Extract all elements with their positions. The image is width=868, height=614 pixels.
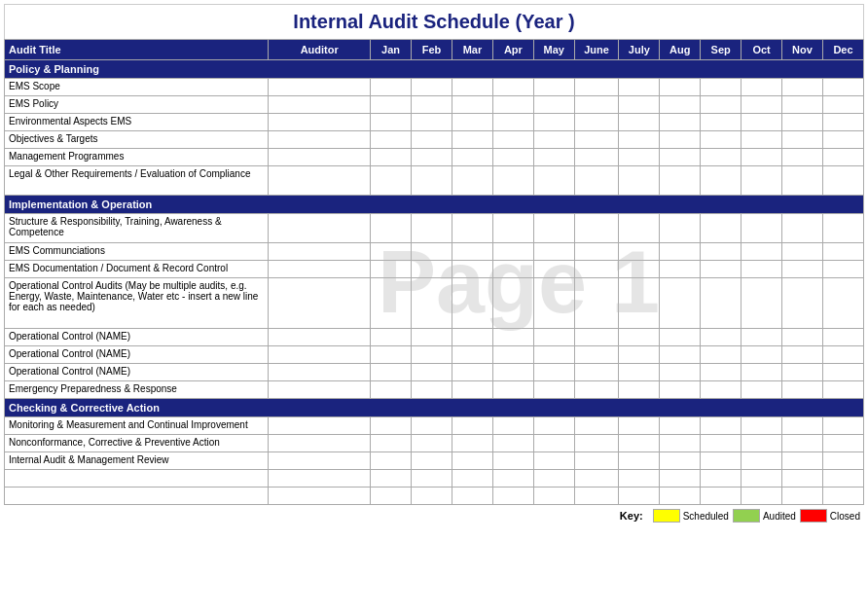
month-cell[interactable] [741, 214, 782, 243]
month-cell[interactable] [452, 417, 492, 435]
month-cell[interactable] [452, 278, 492, 329]
month-cell[interactable] [492, 166, 533, 196]
month-cell[interactable] [452, 329, 492, 346]
month-cell[interactable] [371, 149, 412, 166]
month-cell[interactable] [492, 131, 533, 149]
month-cell[interactable] [741, 166, 782, 196]
month-cell[interactable] [660, 149, 701, 166]
month-cell[interactable] [533, 166, 574, 196]
month-cell[interactable] [371, 166, 412, 196]
month-cell[interactable] [660, 346, 701, 364]
month-cell[interactable] [492, 243, 533, 261]
month-cell[interactable] [822, 243, 863, 261]
month-cell[interactable] [660, 417, 701, 435]
month-cell[interactable] [822, 278, 863, 329]
month-cell[interactable] [533, 417, 574, 435]
month-cell[interactable] [452, 381, 492, 399]
month-cell[interactable] [660, 452, 701, 470]
month-cell[interactable] [741, 149, 782, 166]
month-cell[interactable] [619, 261, 660, 278]
month-cell[interactable] [492, 381, 533, 399]
month-cell[interactable] [574, 278, 619, 329]
month-cell[interactable] [701, 79, 741, 96]
month-cell[interactable] [660, 435, 701, 452]
month-cell[interactable] [452, 261, 492, 278]
month-cell[interactable] [619, 417, 660, 435]
month-cell[interactable] [412, 278, 452, 329]
month-cell[interactable] [701, 364, 741, 381]
month-cell[interactable] [822, 435, 863, 452]
month-cell[interactable] [492, 114, 533, 131]
month-cell[interactable] [492, 149, 533, 166]
month-cell[interactable] [741, 381, 782, 399]
month-cell[interactable] [452, 346, 492, 364]
month-cell[interactable] [412, 166, 452, 196]
month-cell[interactable] [533, 243, 574, 261]
month-cell[interactable] [701, 329, 741, 346]
month-cell[interactable] [701, 417, 741, 435]
month-cell[interactable] [782, 114, 823, 131]
month-cell[interactable] [452, 364, 492, 381]
month-cell[interactable] [822, 79, 863, 96]
month-cell[interactable] [782, 166, 823, 196]
month-cell[interactable] [741, 329, 782, 346]
month-cell[interactable] [452, 214, 492, 243]
month-cell[interactable] [822, 214, 863, 243]
month-cell[interactable] [452, 79, 492, 96]
month-cell[interactable] [533, 261, 574, 278]
month-cell[interactable] [574, 346, 619, 364]
month-cell[interactable] [533, 131, 574, 149]
month-cell[interactable] [741, 417, 782, 435]
month-cell[interactable] [412, 79, 452, 96]
month-cell[interactable] [660, 96, 701, 114]
month-cell[interactable] [412, 114, 452, 131]
month-cell[interactable] [371, 243, 412, 261]
month-cell[interactable] [782, 243, 823, 261]
month-cell[interactable] [660, 131, 701, 149]
month-cell[interactable] [371, 261, 412, 278]
month-cell[interactable] [822, 364, 863, 381]
month-cell[interactable] [619, 278, 660, 329]
month-cell[interactable] [701, 96, 741, 114]
month-cell[interactable] [660, 243, 701, 261]
month-cell[interactable] [574, 149, 619, 166]
month-cell[interactable] [660, 214, 701, 243]
month-cell[interactable] [701, 149, 741, 166]
month-cell[interactable] [782, 346, 823, 364]
month-cell[interactable] [574, 96, 619, 114]
month-cell[interactable] [701, 278, 741, 329]
month-cell[interactable] [412, 346, 452, 364]
month-cell[interactable] [782, 452, 823, 470]
month-cell[interactable] [574, 261, 619, 278]
month-cell[interactable] [533, 114, 574, 131]
month-cell[interactable] [619, 329, 660, 346]
month-cell[interactable] [452, 96, 492, 114]
month-cell[interactable] [619, 131, 660, 149]
month-cell[interactable] [619, 96, 660, 114]
month-cell[interactable] [782, 381, 823, 399]
month-cell[interactable] [660, 278, 701, 329]
month-cell[interactable] [371, 452, 412, 470]
month-cell[interactable] [782, 96, 823, 114]
month-cell[interactable] [492, 79, 533, 96]
month-cell[interactable] [782, 364, 823, 381]
month-cell[interactable] [412, 131, 452, 149]
month-cell[interactable] [619, 149, 660, 166]
month-cell[interactable] [701, 452, 741, 470]
month-cell[interactable] [412, 243, 452, 261]
month-cell[interactable] [741, 278, 782, 329]
month-cell[interactable] [701, 435, 741, 452]
month-cell[interactable] [412, 261, 452, 278]
month-cell[interactable] [574, 329, 619, 346]
month-cell[interactable] [452, 131, 492, 149]
month-cell[interactable] [452, 435, 492, 452]
month-cell[interactable] [574, 417, 619, 435]
month-cell[interactable] [533, 452, 574, 470]
month-cell[interactable] [533, 329, 574, 346]
month-cell[interactable] [371, 435, 412, 452]
month-cell[interactable] [574, 131, 619, 149]
month-cell[interactable] [574, 243, 619, 261]
month-cell[interactable] [619, 214, 660, 243]
month-cell[interactable] [574, 381, 619, 399]
month-cell[interactable] [741, 79, 782, 96]
